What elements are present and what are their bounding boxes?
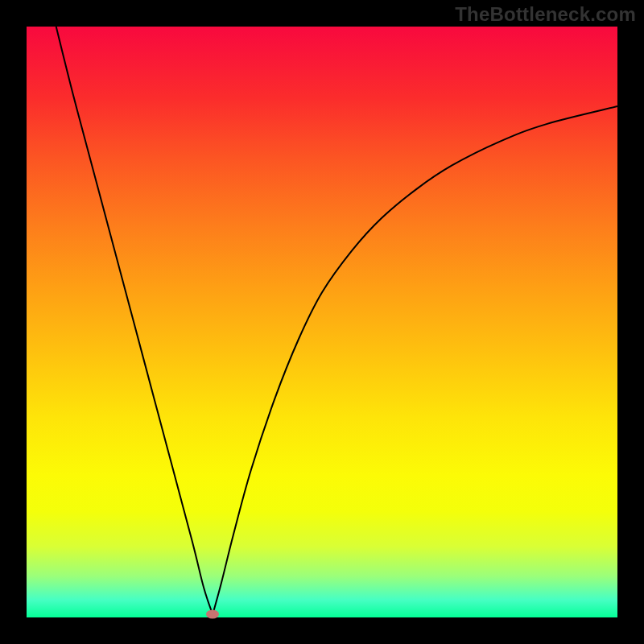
curve-left-branch xyxy=(56,27,213,614)
bottleneck-curve xyxy=(27,27,617,617)
plot-area xyxy=(27,27,617,617)
watermark-text: TheBottleneck.com xyxy=(455,3,636,26)
optimum-marker xyxy=(206,610,219,619)
chart-container: TheBottleneck.com xyxy=(0,0,644,644)
curve-right-branch xyxy=(213,106,617,614)
